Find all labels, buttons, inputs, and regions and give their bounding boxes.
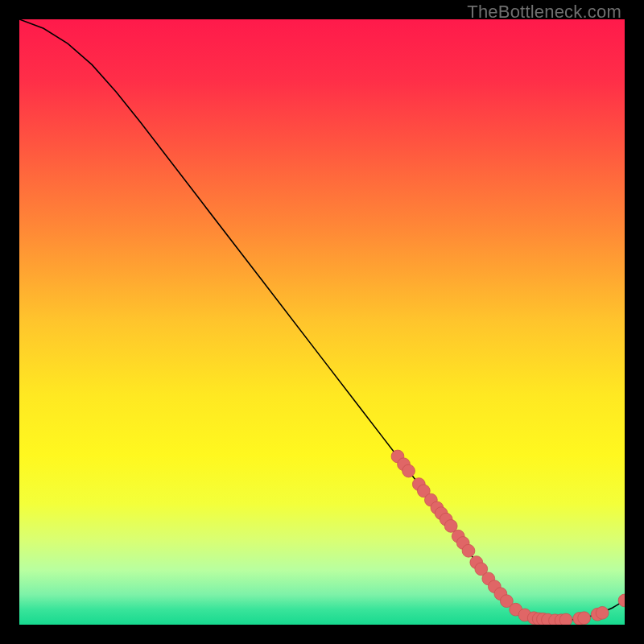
data-marker <box>578 612 591 625</box>
markers-layer <box>19 19 625 625</box>
data-marker <box>618 594 625 607</box>
plot-area <box>19 19 625 625</box>
chart-stage: TheBottleneck.com <box>0 0 644 644</box>
data-marker <box>596 606 609 619</box>
data-marker <box>559 613 572 625</box>
data-marker <box>462 544 475 557</box>
data-marker <box>402 464 415 477</box>
